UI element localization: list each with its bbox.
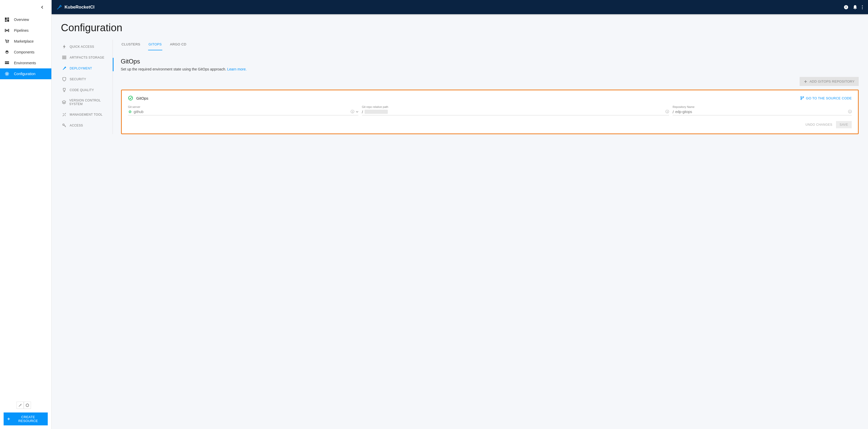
- sub-item-artifacts[interactable]: ARTIFACTS STORAGE: [61, 52, 113, 63]
- sidebar-item-label: Marketplace: [14, 39, 34, 43]
- slash-separator: /: [673, 110, 674, 114]
- kubernetes-icon[interactable]: [24, 402, 31, 409]
- sidebar-item-label: Pipelines: [14, 28, 29, 33]
- svg-point-17: [862, 8, 863, 9]
- card-title: GitOps: [136, 96, 148, 100]
- svg-rect-9: [5, 61, 9, 62]
- trophy-icon: [62, 88, 67, 92]
- topbar: KubeRocketCI i: [52, 0, 868, 14]
- sidebar-item-label: Configuration: [14, 72, 35, 76]
- sidebar-item-pipelines[interactable]: Pipelines: [0, 25, 51, 36]
- svg-rect-20: [62, 58, 66, 59]
- svg-point-7: [6, 42, 7, 43]
- brand[interactable]: KubeRocketCI: [57, 5, 94, 10]
- create-resource-button[interactable]: CREATE RESOURCE: [4, 412, 48, 425]
- sidebar-item-label: Overview: [14, 18, 29, 22]
- save-button[interactable]: SAVE: [836, 121, 852, 128]
- slash-separator: /: [362, 110, 363, 114]
- branch-icon: [800, 96, 804, 100]
- svg-rect-3: [5, 21, 7, 22]
- sidebar-item-overview[interactable]: Overview: [0, 14, 51, 25]
- svg-point-24: [803, 96, 804, 98]
- tabs: CLUSTERS GITOPS ARGO CD: [121, 40, 859, 51]
- rocket-icon: [62, 66, 67, 71]
- svg-point-16: [862, 7, 863, 7]
- key-icon: [62, 123, 67, 128]
- learn-more-link[interactable]: Learn more.: [227, 67, 246, 71]
- chevron-left-icon: [41, 6, 43, 9]
- svg-rect-2: [7, 19, 9, 22]
- svg-rect-0: [5, 18, 7, 20]
- dropdown-icon[interactable]: [356, 111, 359, 113]
- svg-point-23: [801, 96, 802, 98]
- section-title: GitOps: [121, 58, 247, 65]
- bolt-icon: [62, 44, 67, 49]
- main-sidebar: Overview Pipelines Marketplace Component…: [0, 0, 52, 429]
- sub-item-deployment[interactable]: DEPLOYMENT: [61, 63, 113, 74]
- info-icon[interactable]: ⓘ: [848, 110, 852, 114]
- info-icon[interactable]: ⓘ: [351, 110, 354, 114]
- bell-icon[interactable]: [853, 5, 857, 9]
- git-server-input[interactable]: [134, 110, 349, 114]
- info-icon[interactable]: i: [844, 5, 848, 9]
- tool-icon-1[interactable]: [17, 402, 24, 409]
- svg-rect-5: [6, 30, 8, 31]
- more-icon[interactable]: [862, 5, 863, 9]
- svg-marker-12: [26, 404, 29, 407]
- svg-rect-1: [7, 18, 9, 19]
- sidebar-item-environments[interactable]: Environments: [0, 58, 51, 68]
- svg-rect-10: [5, 63, 9, 64]
- svg-point-15: [862, 5, 863, 6]
- svg-text:i: i: [845, 5, 846, 9]
- add-gitops-repository-button[interactable]: ADD GITOPS REPOSITORY: [800, 77, 859, 86]
- dashboard-icon: [5, 17, 9, 22]
- sidebar-item-label: Environments: [14, 61, 36, 65]
- repo-name-label: Repository Name: [673, 105, 852, 109]
- tab-clusters[interactable]: CLUSTERS: [121, 40, 141, 50]
- go-to-source-link[interactable]: GO TO THE SOURCE CODE: [800, 96, 852, 100]
- plus-icon: [7, 418, 10, 421]
- sidebar-item-configuration[interactable]: Configuration: [0, 68, 51, 79]
- svg-point-22: [128, 96, 133, 100]
- redacted-value: [365, 110, 388, 114]
- sidebar-item-label: Components: [14, 50, 34, 54]
- sub-item-code-quality[interactable]: CODE QUALITY: [61, 85, 113, 95]
- svg-rect-4: [5, 29, 6, 32]
- svg-point-11: [6, 73, 8, 74]
- layers-icon: [62, 100, 66, 104]
- sub-item-security[interactable]: SECURITY: [61, 74, 113, 85]
- check-circle-icon: [128, 95, 133, 101]
- git-server-label: Git server: [128, 105, 359, 109]
- check-icon: [128, 110, 131, 113]
- rocket-icon: [57, 5, 62, 10]
- repo-path-label: Git repo relative path: [362, 105, 669, 109]
- gitops-card: GitOps GO TO THE SOURCE CODE Git server: [121, 90, 859, 134]
- storage-icon: [62, 55, 67, 60]
- sub-item-quick-access[interactable]: QUICK ACCESS: [61, 41, 113, 52]
- cart-icon: [5, 39, 9, 43]
- sub-item-management[interactable]: MANAGEMENT TOOL: [61, 109, 113, 120]
- config-sub-sidebar: QUICK ACCESS ARTIFACTS STORAGE DEPLOYMEN…: [61, 40, 113, 134]
- svg-rect-19: [62, 57, 66, 58]
- page-title: Configuration: [61, 22, 859, 34]
- pipelines-icon: [5, 28, 9, 33]
- sub-item-vcs[interactable]: VERSION CONTROL SYSTEM: [61, 95, 113, 109]
- sidebar-collapse-button[interactable]: [0, 0, 51, 14]
- repo-name-input[interactable]: [675, 110, 846, 114]
- tab-gitops[interactable]: GITOPS: [148, 40, 162, 50]
- sub-item-access[interactable]: ACCESS: [61, 120, 113, 131]
- section-description: Set up the required environment state us…: [121, 67, 247, 71]
- shield-icon: [62, 77, 67, 82]
- svg-point-25: [801, 99, 802, 100]
- tools-icon: [62, 112, 67, 117]
- info-icon[interactable]: ⓘ: [665, 110, 669, 114]
- undo-changes-button[interactable]: UNDO CHANGES: [806, 121, 832, 128]
- gear-icon: [5, 71, 9, 76]
- svg-rect-6: [8, 29, 9, 32]
- svg-rect-18: [62, 56, 66, 57]
- plus-icon: [804, 80, 807, 83]
- sidebar-item-components[interactable]: Components: [0, 47, 51, 58]
- sidebar-item-marketplace[interactable]: Marketplace: [0, 36, 51, 47]
- layers-icon: [5, 50, 9, 55]
- tab-argocd[interactable]: ARGO CD: [169, 40, 187, 50]
